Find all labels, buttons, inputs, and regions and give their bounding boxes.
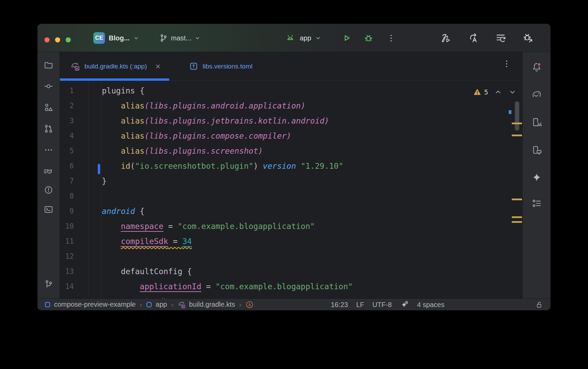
more-tool-windows-icon[interactable] — [42, 143, 55, 157]
breadcrumb-file[interactable]: K build.gradle.kts — [177, 301, 235, 309]
gradle-kts-file-icon: K — [70, 61, 80, 71]
apply-code-changes-icon[interactable] — [467, 31, 480, 44]
breadcrumb-separator: › — [140, 301, 142, 308]
line-number[interactable]: 14 — [60, 279, 74, 294]
vcs-branch-widget[interactable]: mast... — [159, 24, 200, 52]
line-ending[interactable]: LF — [356, 301, 364, 309]
device-manager-icon[interactable] — [530, 115, 544, 129]
code-line[interactable]: compileSdk = 34 — [102, 234, 522, 249]
line-number[interactable]: 1 — [60, 83, 74, 98]
error-stripe-warning-mark[interactable] — [512, 199, 522, 200]
line-number[interactable]: 5 — [60, 143, 74, 158]
code-line[interactable]: alias(libs.plugins.android.application) — [102, 98, 522, 113]
line-number[interactable]: 10 — [60, 219, 74, 234]
code-line[interactable] — [102, 189, 522, 204]
code-token: id — [121, 162, 130, 170]
commit-icon[interactable] — [42, 79, 55, 93]
error-stripe-warning-mark[interactable] — [512, 216, 522, 218]
warning-highlight[interactable]: compileSdk = 34 — [121, 237, 192, 246]
code-token: version — [263, 162, 296, 170]
error-stripe-warning-mark[interactable] — [512, 135, 522, 136]
toml-file-icon: T — [189, 62, 198, 71]
chevron-down-icon — [133, 35, 139, 41]
line-number[interactable]: 11 — [60, 234, 74, 249]
gradle-kts-file-icon: K — [177, 301, 186, 309]
line-number[interactable]: 9 — [60, 204, 74, 219]
unlocked-icon[interactable] — [535, 300, 544, 309]
previous-problem-icon[interactable] — [494, 88, 503, 97]
code-line[interactable]: plugins { — [102, 83, 522, 98]
close-tab-icon[interactable] — [155, 63, 161, 69]
gemini-sparkle-icon[interactable] — [530, 170, 544, 184]
breadcrumb-project[interactable]: compose-preview-example — [44, 301, 136, 308]
run-button[interactable] — [340, 31, 353, 44]
breadcrumb-module[interactable]: app — [146, 301, 167, 308]
line-number[interactable]: 2 — [60, 98, 74, 113]
code-token: android — [102, 207, 135, 216]
inspections-widget[interactable]: 5 — [473, 88, 517, 97]
code-line[interactable]: alias(libs.plugins.compose.compiler) — [102, 128, 522, 143]
run-config-name[interactable]: app — [300, 34, 311, 42]
code-line[interactable]: } — [102, 174, 522, 189]
running-devices-icon[interactable] — [530, 143, 544, 157]
code-line[interactable]: id("io.screenshotbot.plugin") version "1… — [102, 158, 522, 174]
line-number[interactable]: 7 — [60, 174, 74, 189]
debug-button[interactable] — [362, 31, 375, 44]
line-number[interactable]: 3 — [60, 113, 74, 128]
project-folder-icon[interactable] — [42, 58, 55, 72]
code-line[interactable]: namespace = "com.example.blogapplication… — [102, 219, 522, 234]
zoom-window-button[interactable] — [66, 37, 71, 42]
gradle-icon[interactable] — [530, 88, 544, 101]
indent-style[interactable]: 4 spaces — [417, 301, 444, 309]
code-line[interactable]: android { — [102, 204, 522, 219]
code-token: plugins { — [102, 86, 145, 95]
line-number[interactable]: 6 — [60, 158, 74, 174]
cursor-position[interactable]: 16:23 — [331, 301, 348, 309]
code-line[interactable]: alias(libs.plugins.screenshot) — [102, 143, 522, 158]
scrollbar-thumb[interactable] — [515, 101, 519, 131]
code-line[interactable]: minSdk = 24 — [102, 294, 522, 298]
line-number[interactable]: 13 — [60, 264, 74, 279]
tab-options-icon[interactable]: ⋮ — [503, 60, 511, 68]
code-line[interactable]: alias(libs.plugins.jetbrains.kotlin.andr… — [102, 113, 522, 128]
line-number[interactable]: 4 — [60, 128, 74, 143]
error-stripe-change-mark[interactable] — [509, 110, 511, 114]
line-number[interactable]: 12 — [60, 249, 74, 264]
project-widget[interactable]: CE Blog... — [93, 24, 139, 52]
ai-assistant-disabled-icon[interactable] — [400, 300, 409, 309]
close-window-button[interactable] — [44, 37, 50, 42]
code-line[interactable]: applicationId = "com.example.blogapplica… — [102, 279, 522, 294]
line-number[interactable]: 8 — [60, 189, 74, 204]
encoding[interactable]: UTF-8 — [372, 301, 392, 309]
tab-build-gradle[interactable]: K build.gradle.kts (:app) — [60, 52, 169, 80]
title-bar: CE Blog... mast... — [38, 24, 550, 52]
code-lines: plugins { alias(libs.plugins.android.app… — [102, 83, 522, 298]
version-control-icon[interactable] — [42, 277, 55, 291]
problems-icon[interactable] — [42, 183, 55, 197]
build-variants-icon[interactable] — [530, 196, 544, 210]
android-icon[interactable] — [285, 33, 296, 43]
code-editor[interactable]: 123456789101112131415 plugins { alias(li… — [60, 81, 522, 298]
minimize-window-button[interactable] — [55, 37, 60, 42]
gradle-sync-icon[interactable] — [494, 31, 507, 44]
code-line[interactable] — [102, 249, 522, 264]
line-number[interactable]: 15 — [60, 294, 74, 298]
next-problem-icon[interactable] — [508, 88, 517, 97]
attach-debugger-icon[interactable] — [522, 31, 535, 44]
build-run-hammer-icon[interactable] — [440, 31, 453, 44]
error-stripe-warning-mark[interactable] — [512, 221, 522, 223]
lambda-icon[interactable]: λ — [245, 301, 254, 309]
chevron-down-icon[interactable] — [315, 35, 321, 41]
code-line[interactable]: defaultConfig { — [102, 264, 522, 279]
structure-icon[interactable] — [42, 101, 55, 114]
terminal-icon[interactable] — [42, 203, 55, 216]
notifications-bell-icon[interactable] — [530, 60, 544, 74]
code-token — [296, 162, 301, 170]
logcat-icon[interactable] — [42, 164, 55, 178]
tab-libs-versions-toml[interactable]: T libs.versions.toml — [179, 52, 263, 80]
chevron-down-icon — [195, 35, 200, 41]
error-stripe-warning-mark[interactable] — [512, 123, 522, 124]
run-more-options[interactable]: ⋮ — [387, 24, 395, 52]
more-vertical-icon: ⋮ — [387, 34, 395, 42]
pull-requests-icon[interactable] — [42, 122, 55, 136]
